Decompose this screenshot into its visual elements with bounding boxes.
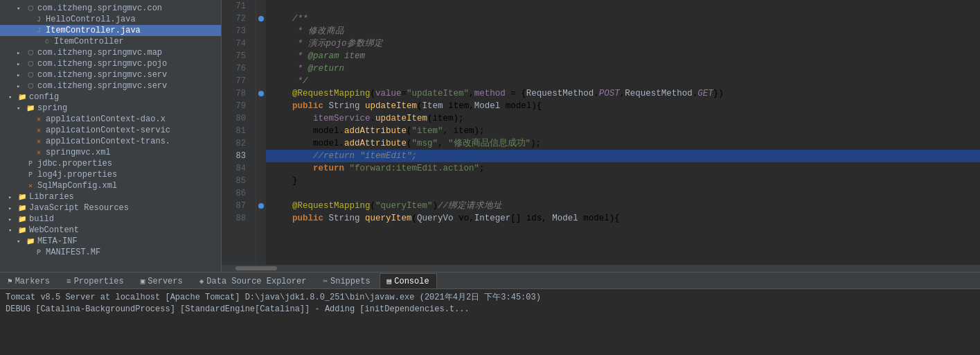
tree-item-webcontent[interactable]: ▾📁WebContent (0, 225, 221, 236)
line-number-73: 73 (222, 25, 250, 37)
tree-item-springmvc-xml[interactable]: ✕springmvc.xml (0, 147, 221, 158)
tree-item-springmvc-map[interactable]: ▸⬡com.itzheng.springmvc.map (0, 47, 221, 58)
code-line-82[interactable]: model.addAttribute("msg", "修改商品信息成功"); (266, 137, 980, 150)
code-lines[interactable]: /** * 修改商品 * 演示pojo参数绑定 * @param item * … (266, 0, 980, 265)
folder-icon: 📁 (17, 214, 28, 224)
gutter-item-81 (256, 125, 266, 137)
datasource-tab-icon: ◈ (199, 277, 204, 286)
code-line-85[interactable]: } (266, 175, 980, 187)
tree-item-log4j-props[interactable]: Plog4j.properties (0, 169, 221, 180)
code-line-83[interactable]: //return "itemEdit"; (266, 150, 980, 162)
line-number-81: 81 (222, 125, 250, 137)
line-number-84: 84 (222, 162, 250, 175)
tree-label-app-ctx-trans: applicationContext-trans. (46, 137, 170, 146)
horizontal-scrollbar[interactable] (222, 265, 980, 272)
tree-item-jdbc-props[interactable]: Pjdbc.properties (0, 158, 221, 169)
tab-console[interactable]: ▤Console (380, 273, 437, 288)
code-line-86[interactable] (266, 187, 980, 200)
folder-icon: 📁 (17, 192, 28, 202)
code-line-77[interactable]: */ (266, 75, 980, 87)
tree-arrow-springmvc-com: ▾ (17, 5, 25, 12)
breakpoint-dot (258, 16, 264, 21)
gutter-item-82 (256, 137, 266, 150)
tree-item-manifest[interactable]: PMANIFEST.MF (0, 247, 221, 258)
tree-item-springmvc-serv1[interactable]: ▸⬡com.itzheng.springmvc.serv (0, 69, 221, 80)
properties-tab-icon: ≡ (66, 277, 71, 286)
xml-icon: ✕ (33, 125, 44, 135)
tree-label-item-controller-java: ItemController.java (46, 26, 141, 35)
tree-label-meta-inf: META-INF (37, 236, 78, 246)
tree-item-app-ctx-trans[interactable]: ✕applicationContext-trans. (0, 136, 221, 147)
code-editor: 717273747576777879808182838485868788 /**… (222, 0, 980, 272)
java-icon: J (33, 15, 44, 24)
tree-item-springmvc-poj[interactable]: ▸⬡com.itzheng.springmvc.pojo (0, 58, 221, 69)
gutter-item-72 (256, 12, 266, 25)
code-line-84[interactable]: return "forward:itemEdit.action"; (266, 162, 980, 175)
tree-label-springmvc-xml: springmvc.xml (46, 148, 111, 157)
folder-icon: 📁 (17, 203, 28, 213)
gutter-item-78 (256, 87, 266, 100)
tree-item-meta-inf[interactable]: ▾📁META-INF (0, 236, 221, 247)
code-content: 717273747576777879808182838485868788 /**… (222, 0, 980, 265)
tree-label-libraries: Libraries (29, 192, 74, 202)
console-tab-icon: ▤ (387, 277, 392, 286)
tree-item-libraries[interactable]: ▸📁Libraries (0, 191, 221, 202)
tab-snippets[interactable]: ✂Snippets (315, 273, 377, 288)
code-line-81[interactable]: model.addAttribute("item", item); (266, 125, 980, 137)
code-line-76[interactable]: * @return (266, 62, 980, 75)
code-line-74[interactable]: * 演示pojo参数绑定 (266, 37, 980, 50)
xml-icon: ✕ (33, 137, 44, 146)
tree-item-spring[interactable]: ▾📁spring (0, 103, 221, 114)
tree-item-springmvc-serv2[interactable]: ▸⬡com.itzheng.springmvc.serv (0, 80, 221, 92)
tree-item-item-controller-class[interactable]: ©ItemController (0, 36, 221, 47)
line-number-72: 72 (222, 12, 250, 25)
snippets-tab-label: Snippets (330, 277, 371, 286)
tree-item-springmvc-com[interactable]: ▾⬡com.itzheng.springmvc.con (0, 3, 221, 14)
scrollbar-thumb[interactable] (235, 266, 277, 270)
code-line-80[interactable]: itemService.updateItem(item); (266, 112, 980, 125)
tree-label-springmvc-poj: com.itzheng.springmvc.pojo (37, 59, 167, 69)
code-line-79[interactable]: public String updateItem(Item item,Model… (266, 100, 980, 112)
gutter-item-87 (256, 200, 266, 212)
bottom-tabs: ⚑Markers≡Properties▣Servers◈Data Source … (0, 272, 980, 289)
tab-properties[interactable]: ≡Properties (59, 273, 132, 288)
line-number-83: 83 (222, 150, 250, 162)
tree-label-app-ctx-dao: applicationContext-dao.x (46, 114, 166, 124)
tree-item-app-ctx-serv[interactable]: ✕applicationContext-servic (0, 125, 221, 136)
code-line-73[interactable]: * 修改商品 (266, 25, 980, 37)
tree-item-config[interactable]: ▾📁config (0, 92, 221, 103)
breakpoint-dot (258, 203, 264, 209)
tree-item-item-controller-java[interactable]: JItemController.java (0, 25, 221, 36)
tree-item-build[interactable]: ▸📁build (0, 214, 221, 225)
code-line-75[interactable]: * @param item (266, 50, 980, 62)
code-line-78[interactable]: @RequestMapping(value="updateItem",metho… (266, 87, 980, 100)
console-line-2: DEBUG [Catalina-BackgroundProcess] [Stan… (6, 304, 974, 315)
line-number-77: 77 (222, 75, 250, 87)
gutter-item-83 (256, 150, 266, 162)
code-line-87[interactable]: @RequestMapping("queryItem")//绑定请求地址 (266, 200, 980, 212)
tree-item-app-ctx-dao[interactable]: ✕applicationContext-dao.x (0, 114, 221, 125)
tree-arrow-springmvc-serv2: ▸ (17, 83, 25, 90)
folder-icon: 📁 (17, 92, 28, 102)
code-line-71[interactable] (266, 0, 980, 12)
folder-icon: 📁 (25, 103, 36, 113)
tree-item-js-resources[interactable]: ▸📁JavaScript Resources (0, 202, 221, 214)
tree-label-sqlmap-xml: SqlMapConfig.xml (37, 181, 117, 191)
gutter-item-75 (256, 50, 266, 62)
gutter-item-80 (256, 112, 266, 125)
code-line-72[interactable]: /** (266, 12, 980, 25)
tree-label-webcontent: WebContent (29, 225, 79, 235)
tab-datasource[interactable]: ◈Data Source Explorer (192, 273, 314, 288)
gutter-item-79 (256, 100, 266, 112)
code-line-88[interactable]: public String queryItem(QueryVo vo,Integ… (266, 212, 980, 225)
tree-arrow-build: ▸ (8, 216, 17, 223)
xml-icon: ✕ (33, 114, 44, 124)
tree-label-js-resources: JavaScript Resources (29, 203, 129, 213)
tree-item-hello-java[interactable]: JHelloControll.java (0, 14, 221, 25)
xml-icon: ✕ (25, 181, 36, 191)
tab-markers[interactable]: ⚑Markers (0, 273, 57, 288)
tree-item-sqlmap-xml[interactable]: ✕SqlMapConfig.xml (0, 180, 221, 191)
line-number-86: 86 (222, 187, 250, 200)
tab-servers[interactable]: ▣Servers (133, 273, 190, 288)
gutter-item-73 (256, 25, 266, 37)
